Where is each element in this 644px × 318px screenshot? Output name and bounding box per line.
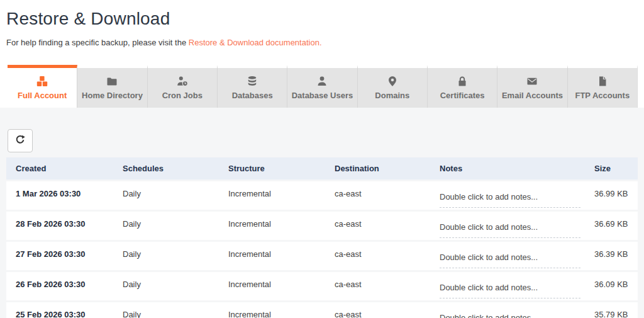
cubes-icon bbox=[36, 76, 48, 87]
tab-database-users[interactable]: Database Users bbox=[287, 65, 357, 108]
tab-certificates[interactable]: Certificates bbox=[428, 65, 497, 108]
tab-label: FTP Accounts bbox=[575, 91, 630, 100]
destination-cell: ca-east bbox=[325, 212, 430, 229]
tab-label: Cron Jobs bbox=[162, 91, 203, 100]
page-header: Restore & Download For help finding a sp… bbox=[0, 0, 644, 48]
refresh-icon bbox=[14, 134, 26, 147]
notes-cell: Double click to add notes... bbox=[430, 302, 588, 318]
tab-email-accounts[interactable]: Email Accounts bbox=[497, 65, 567, 108]
column-header-destination: Destination bbox=[325, 157, 430, 173]
backup-row[interactable]: 27 Feb 2026 03:30 Daily Incremental ca-e… bbox=[6, 242, 638, 270]
notes-editable[interactable]: Double click to add notes... bbox=[440, 253, 580, 268]
schedule-cell: Daily bbox=[113, 242, 219, 259]
column-header-structure: Structure bbox=[219, 157, 325, 173]
size-cell: 36.69 KB bbox=[588, 212, 638, 229]
notes-editable[interactable]: Double click to add notes... bbox=[440, 192, 580, 208]
tab-full-account[interactable]: Full Account bbox=[8, 65, 77, 108]
backup-row[interactable]: 26 Feb 2026 03:30 Daily Incremental ca-e… bbox=[6, 272, 638, 300]
structure-cell: Incremental bbox=[219, 302, 325, 318]
structure-cell: Incremental bbox=[219, 242, 325, 259]
tab-label: Email Accounts bbox=[502, 91, 563, 100]
notes-cell: Double click to add notes... bbox=[430, 272, 588, 298]
column-header-notes: Notes bbox=[430, 157, 588, 173]
user-icon bbox=[316, 76, 328, 87]
destination-cell: ca-east bbox=[325, 302, 430, 318]
column-header-schedules: Schedules bbox=[113, 157, 219, 173]
notes-cell: Double click to add notes... bbox=[430, 181, 588, 208]
database-icon bbox=[247, 76, 258, 87]
backup-row[interactable]: 1 Mar 2026 03:30 Daily Incremental ca-ea… bbox=[6, 181, 638, 210]
schedule-cell: Daily bbox=[113, 181, 219, 198]
notes-editable[interactable]: Double click to add notes... bbox=[440, 313, 580, 318]
size-cell: 35.79 KB bbox=[588, 302, 638, 318]
structure-cell: Incremental bbox=[219, 212, 325, 229]
notes-editable[interactable]: Double click to add notes... bbox=[440, 222, 580, 238]
created-cell: 28 Feb 2026 03:30 bbox=[6, 212, 113, 229]
tab-home-directory[interactable]: Home Directory bbox=[77, 65, 147, 108]
tab-label: Domains bbox=[375, 91, 409, 100]
size-cell: 36.09 KB bbox=[588, 272, 638, 289]
schedule-cell: Daily bbox=[113, 302, 219, 318]
destination-cell: ca-east bbox=[325, 272, 430, 289]
refresh-button[interactable] bbox=[8, 129, 33, 152]
subtitle-text: For help finding a specific backup, plea… bbox=[6, 38, 189, 47]
tab-databases[interactable]: Databases bbox=[218, 65, 287, 108]
page-subtitle: For help finding a specific backup, plea… bbox=[6, 38, 638, 48]
schedule-cell: Daily bbox=[113, 272, 219, 289]
file-icon bbox=[597, 76, 608, 87]
tab-domains[interactable]: Domains bbox=[358, 65, 428, 108]
notes-cell: Double click to add notes... bbox=[430, 212, 588, 238]
notes-editable[interactable]: Double click to add notes... bbox=[440, 283, 580, 298]
user-clock-icon bbox=[177, 76, 188, 87]
tab-cron-jobs[interactable]: Cron Jobs bbox=[148, 65, 218, 108]
structure-cell: Incremental bbox=[219, 181, 325, 198]
page-title: Restore & Download bbox=[6, 8, 638, 30]
content-area: Created Schedules Structure Destination … bbox=[0, 108, 644, 318]
created-cell: 25 Feb 2026 03:30 bbox=[6, 302, 113, 318]
map-pin-icon bbox=[387, 76, 398, 87]
tab-label: Databases bbox=[232, 91, 273, 100]
notes-cell: Double click to add notes... bbox=[430, 242, 588, 268]
column-header-size: Size bbox=[588, 157, 638, 173]
created-cell: 1 Mar 2026 03:30 bbox=[6, 181, 113, 198]
tab-label: Full Account bbox=[18, 91, 67, 100]
tab-label: Home Directory bbox=[82, 91, 143, 100]
backup-row[interactable]: 28 Feb 2026 03:30 Daily Incremental ca-e… bbox=[6, 212, 638, 240]
documentation-link[interactable]: Restore & Download documentation. bbox=[189, 38, 322, 47]
table-header-row: Created Schedules Structure Destination … bbox=[6, 157, 638, 179]
tab-bar: Full Account Home Directory Cron Jobs Da… bbox=[8, 65, 638, 108]
destination-cell: ca-east bbox=[325, 242, 430, 259]
backups-table: Created Schedules Structure Destination … bbox=[6, 157, 638, 318]
size-cell: 36.99 KB bbox=[588, 181, 638, 198]
backup-row[interactable]: 25 Feb 2026 03:30 Daily Incremental ca-e… bbox=[6, 302, 638, 318]
size-cell: 36.39 KB bbox=[588, 242, 638, 259]
created-cell: 27 Feb 2026 03:30 bbox=[6, 242, 113, 259]
structure-cell: Incremental bbox=[219, 272, 325, 289]
column-header-created: Created bbox=[6, 157, 113, 173]
tab-ftp-accounts[interactable]: FTP Accounts bbox=[568, 65, 638, 108]
tab-label: Database Users bbox=[292, 91, 353, 100]
folder-icon bbox=[106, 76, 118, 87]
created-cell: 26 Feb 2026 03:30 bbox=[6, 272, 113, 289]
envelope-icon bbox=[526, 76, 538, 87]
lock-icon bbox=[457, 76, 468, 87]
schedule-cell: Daily bbox=[113, 212, 219, 229]
destination-cell: ca-east bbox=[325, 181, 430, 198]
tab-label: Certificates bbox=[440, 91, 485, 100]
